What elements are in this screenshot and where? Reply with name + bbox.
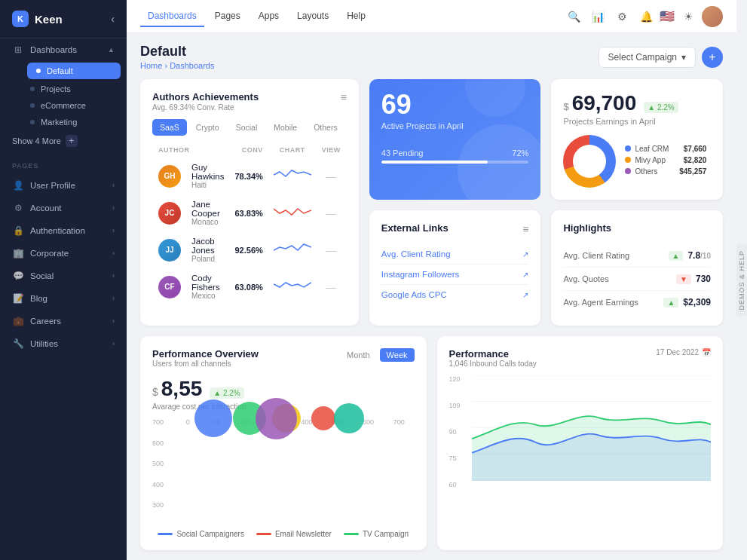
ext-link-label-1[interactable]: Instagram Followers [381,270,460,279]
perf-badge: ▲ 2.2% [210,387,243,399]
show-more-button[interactable]: Show 4 More + [0,130,127,151]
chevron-up-icon: ▲ [108,46,115,54]
sidebar-label-social: Social [30,271,54,280]
legend-label-email: Email Newsletter [275,530,332,538]
ext-link-label-0[interactable]: Avg. Client Rating [381,249,451,259]
author-conv-guy: 78.34% [234,172,262,181]
tab-crypto[interactable]: Crypto [188,119,227,136]
app-name: Keen [35,13,63,26]
theme-icon[interactable]: ☀ [678,6,699,27]
sidebar-item-dashboards[interactable]: ⊞ Dashboards ▲ [0,38,127,61]
sidebar-label-ecommerce: eCommerce [41,101,86,110]
nav-link-dashboards[interactable]: Dashboards [140,6,204,27]
nav-link-layouts[interactable]: Layouts [289,6,336,27]
page-title: Default [140,44,214,60]
language-flag[interactable]: 🇺🇸 [660,9,675,23]
highlight-badge-1: ▼ [676,274,691,284]
breadcrumb-home[interactable]: Home [140,61,162,70]
sidebar-collapse-button[interactable]: ‹ [111,13,115,25]
highlights-title: Highlights [563,222,611,234]
pending-label: 43 Pending [381,148,424,158]
progress-bar [381,161,529,164]
add-button[interactable]: + [702,47,723,68]
legend-dot-mivy [625,157,631,163]
tab-mobile[interactable]: Mobile [266,119,305,136]
view-action-cody[interactable]: — [326,281,336,293]
bubble-5 [334,403,364,433]
corporate-icon: 🏢 [12,247,24,259]
earnings-badge: ▲ 2.2% [644,102,678,113]
bubble-chart-area: 700 600 500 400 300 [152,418,415,524]
sidebar-item-utilities[interactable]: 🔧 Utilities › [0,332,127,355]
progress-fill [381,161,488,164]
performance-card: Performance 1,046 Inbound Calls today 17… [437,336,724,550]
sidebar-item-social[interactable]: 💬 Social › [0,265,127,287]
bubble-4 [311,406,335,430]
show-more-label: Show 4 More [12,136,61,145]
highlight-row-0: Avg. Client Rating ▲ 7.8/10 [563,244,711,268]
breadcrumb: Home › Dashboards [140,61,214,70]
settings-icon[interactable]: ⚙ [611,6,632,27]
month-btn[interactable]: Month [340,348,377,362]
table-row: GH Guy Hawkins Haiti 78.34% [154,158,345,194]
author-name-jacob: Jacob Jones [191,237,224,255]
sidebar-item-authentication[interactable]: 🔒 Authentication › [0,219,127,242]
view-action-jacob[interactable]: — [326,244,336,256]
chart-icon[interactable]: 📊 [587,6,608,27]
performance-chart-area: 120 109 90 75 60 [449,375,712,488]
sidebar-item-projects[interactable]: Projects [21,81,127,97]
bubble-0 [194,399,232,437]
user-avatar[interactable] [702,6,723,27]
tab-others[interactable]: Others [306,119,345,136]
performance-line-chart [472,375,712,481]
sparkline-guy [274,166,311,184]
pending-percent: 72% [512,148,528,158]
authors-table: AUTHOR CONV CHART VIEW GH Guy Haw [152,142,347,306]
sidebar-item-label-dashboards: Dashboards [30,45,77,54]
highlight-value-2: $2,309 [683,297,711,308]
ext-link-label-2[interactable]: Google Ads CPC [381,290,447,299]
select-campaign-dropdown[interactable]: Select Campaign ▾ [599,47,696,68]
chevron-right-icon4: › [112,249,115,257]
show-more-plus-icon[interactable]: + [66,135,78,147]
search-icon[interactable]: 🔍 [563,6,584,27]
author-location-jacob: Poland [191,255,224,263]
header-actions: Select Campaign ▾ + [599,47,723,68]
tab-social[interactable]: Social [228,119,265,136]
highlights-card: Highlights Avg. Client Rating ▲ 7.8/10 A… [551,210,723,326]
legend-sample-social [158,533,173,535]
col-conv: CONV [230,143,267,157]
sidebar-item-corporate[interactable]: 🏢 Corporate › [0,242,127,265]
sidebar-logo: K Keen ‹ [0,0,127,38]
date-label: 17 Dec 2022 [656,348,699,357]
sidebar-label-careers: Careers [30,317,61,326]
col-author: AUTHOR [154,143,228,157]
authors-menu-icon[interactable]: ≡ [341,91,347,103]
sidebar-item-blog[interactable]: 📝 Blog › [0,287,127,310]
sidebar-item-account[interactable]: ⚙ Account › [0,197,127,219]
tab-saas[interactable]: SaaS [152,119,187,136]
view-action-jane[interactable]: — [326,207,336,219]
external-links-menu-icon[interactable]: ≡ [522,223,528,235]
earnings-label: Projects Earnings in April [563,117,711,126]
calendar-icon[interactable]: 📅 [702,348,711,357]
legend-email: Email Newsletter [256,530,332,538]
author-name-cody: Cody Fishers [191,274,224,292]
breadcrumb-sep: › [164,61,167,70]
nav-link-apps[interactable]: Apps [251,6,286,27]
sidebar-item-user-profile[interactable]: 👤 User Profile › [0,174,127,197]
view-action-guy[interactable]: — [326,170,336,182]
notifications-icon[interactable]: 🔔 [635,6,657,27]
nav-link-pages[interactable]: Pages [207,6,248,27]
nav-link-help[interactable]: Help [339,6,373,27]
ext-link-arrow-1: ↗ [522,271,528,279]
sidebar-item-careers[interactable]: 💼 Careers › [0,310,127,332]
help-panel-label[interactable]: DEMOS & HELP [736,244,747,317]
week-btn[interactable]: Week [380,348,415,362]
sidebar-item-default[interactable]: Default [27,63,121,79]
sidebar-item-ecommerce[interactable]: eCommerce [21,97,127,114]
legend-value-leaf: $7,660 [672,145,706,153]
legend-dot-others [625,168,631,174]
chevron-right-icon3: › [112,227,115,234]
sidebar-item-marketing[interactable]: Marketing [21,114,127,130]
